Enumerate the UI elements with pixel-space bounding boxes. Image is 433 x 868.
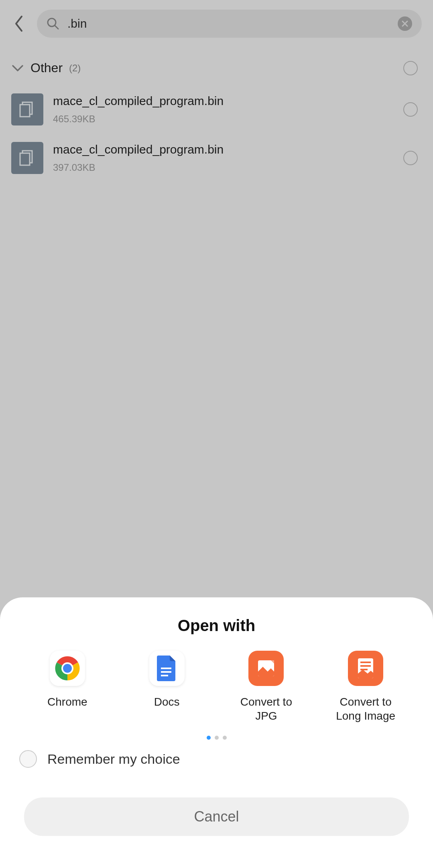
svg-rect-17 — [360, 665, 371, 667]
page-dot[interactable] — [207, 736, 211, 740]
svg-rect-12 — [161, 671, 171, 673]
app-label: Chrome — [47, 695, 87, 709]
chrome-icon — [50, 651, 85, 686]
cancel-label: Cancel — [194, 808, 239, 825]
open-with-sheet: Open with Chrome — [0, 597, 433, 868]
svg-point-10 — [63, 664, 72, 673]
remember-label: Remember my choice — [47, 751, 180, 767]
convert-long-image-icon — [348, 651, 383, 686]
page-indicator — [0, 736, 433, 740]
svg-rect-13 — [161, 675, 168, 676]
svg-rect-16 — [360, 662, 371, 663]
app-option-chrome[interactable]: Chrome — [31, 651, 104, 723]
app-option-convert-long-image[interactable]: Convert to Long Image — [329, 651, 402, 723]
app-option-docs[interactable]: Docs — [131, 651, 203, 723]
app-label: Convert to Long Image — [329, 695, 402, 723]
docs-icon — [149, 651, 185, 686]
sheet-title: Open with — [0, 617, 433, 635]
app-option-convert-jpg[interactable]: Convert to JPG — [230, 651, 302, 723]
apps-row: Chrome Docs Co — [0, 651, 433, 723]
convert-jpg-icon — [248, 651, 284, 686]
app-label: Convert to JPG — [230, 695, 302, 723]
svg-rect-18 — [360, 669, 368, 670]
cancel-button[interactable]: Cancel — [24, 797, 409, 836]
page-dot[interactable] — [223, 736, 227, 740]
svg-rect-11 — [161, 668, 171, 669]
remember-checkbox[interactable] — [19, 750, 37, 768]
page-dot[interactable] — [215, 736, 219, 740]
app-label: Docs — [154, 695, 180, 709]
remember-choice-row[interactable]: Remember my choice — [0, 743, 433, 775]
